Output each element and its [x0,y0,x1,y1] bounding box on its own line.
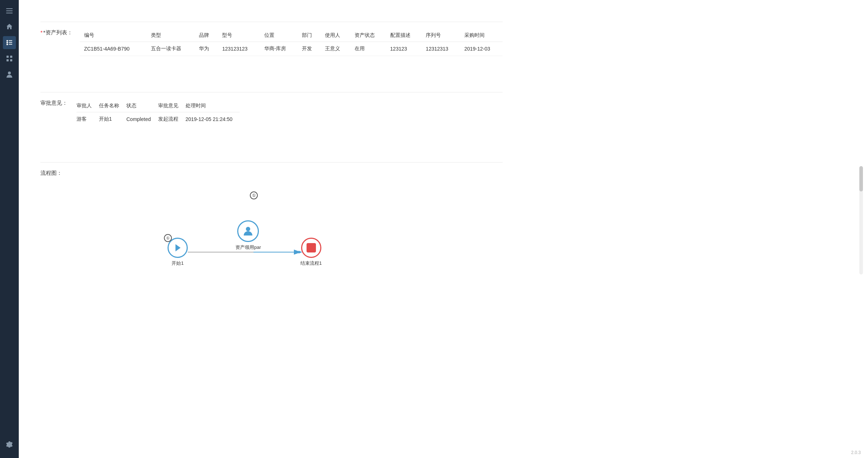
start-node: ① 开始1 [168,238,188,267]
cell-location: 华商-库房 [260,42,298,56]
menu-icon[interactable] [3,4,16,17]
process-node-label: 资产领用par [235,244,261,251]
cell-serial: 12312313 [421,42,460,56]
col-approver: 审批人 [77,100,99,112]
approval-table-header: 审批人 任务名称 状态 审批意见 处理时间 [77,100,240,112]
end-node-label: 结束流程1 [300,260,322,267]
list-icon[interactable] [3,36,16,49]
col-brand: 品牌 [195,29,218,42]
cell-id: ZC1B51-4A69-B790 [80,42,147,56]
cell-department: 开发 [298,42,321,56]
start-badge: ① [164,234,172,242]
sidebar [0,0,19,458]
scrollbar-thumb[interactable] [859,166,863,191]
col-purchase: 采购时间 [460,29,503,42]
badge-top: ① [250,191,258,199]
cell-task-name: 开始1 [99,112,126,126]
cell-type: 五合一读卡器 [147,42,195,56]
start-node-label: 开始1 [172,260,183,267]
approval-row: 游客 开始1 Completed 发起流程 2019-12-05 21:24:5… [77,112,240,126]
col-status: 资产状态 [350,29,386,42]
cell-user: 王意义 [321,42,350,56]
approval-table-container: 审批人 任务名称 状态 审批意见 处理时间 游客 开始1 Com [77,100,240,126]
asset-list-label: *资产列表： [40,29,73,36]
svg-rect-6 [9,42,12,43]
end-node: 结束流程1 [300,238,322,267]
process-node-circle [237,220,259,242]
svg-rect-7 [6,44,8,45]
cell-brand: 华为 [195,42,218,56]
col-handle-time: 处理时间 [186,100,240,112]
asset-table-container: 编号 类型 品牌 型号 位置 部门 使用人 资产状态 配置描述 序列号 采购时间 [80,29,503,56]
svg-rect-0 [6,8,13,9]
cell-opinion: 发起流程 [158,112,186,126]
svg-rect-3 [6,40,8,42]
col-approval-status: 状态 [126,100,158,112]
asset-table-header: 编号 类型 品牌 型号 位置 部门 使用人 资产状态 配置描述 序列号 采购时间 [80,29,503,42]
home-icon[interactable] [3,20,16,33]
col-location: 位置 [260,29,298,42]
cell-model: 123123123 [218,42,260,56]
cell-purchase: 2019-12-03 [460,42,503,56]
flow-diagram-section: 流程图： ① [40,148,503,329]
grid-icon[interactable] [3,52,16,65]
svg-rect-4 [9,40,12,41]
flow-diagram-canvas: ① [77,184,503,321]
col-task: 任务名称 [99,100,126,112]
col-model: 型号 [218,29,260,42]
svg-marker-19 [175,244,181,251]
cell-approver: 游客 [77,112,99,126]
svg-rect-10 [10,56,12,58]
svg-point-20 [246,227,250,231]
cell-config: 123123 [386,42,422,56]
col-config: 配置描述 [386,29,422,42]
process-node: 资产领用par [235,220,261,251]
svg-rect-12 [10,59,12,61]
cell-approval-status: Completed [126,112,158,126]
end-node-circle [301,238,321,258]
col-opinion: 审批意见 [158,100,186,112]
svg-rect-2 [6,13,13,13]
main-content: *资产列表： 编号 类型 品牌 型号 位置 部门 使用人 [19,0,868,458]
end-node-stop-icon [307,243,316,252]
settings-icon[interactable] [3,438,16,451]
svg-rect-5 [6,42,8,43]
col-department: 部门 [298,29,321,42]
col-id: 编号 [80,29,147,42]
table-row: ZC1B51-4A69-B790 五合一读卡器 华为 123123123 华商-… [80,42,503,56]
approval-table: 审批人 任务名称 状态 审批意见 处理时间 游客 开始1 Com [77,100,240,126]
col-serial: 序列号 [421,29,460,42]
svg-rect-11 [6,59,9,61]
cell-handle-time: 2019-12-05 21:24:50 [186,112,240,126]
cell-status: 在用 [350,42,386,56]
version-text: 2.0.3 [851,450,861,455]
asset-table: 编号 类型 品牌 型号 位置 部门 使用人 资产状态 配置描述 序列号 采购时间 [80,29,503,56]
approval-section: 审批意见： 审批人 任务名称 状态 审批意见 处理时间 [40,78,503,133]
flow-diagram-label: 流程图： [40,170,69,177]
svg-point-13 [8,72,11,74]
person-icon[interactable] [3,68,16,81]
asset-list-section: *资产列表： 编号 类型 品牌 型号 位置 部门 使用人 [40,7,503,63]
svg-rect-1 [6,10,13,11]
svg-rect-8 [9,44,12,45]
scrollbar-track[interactable] [859,166,863,275]
col-user: 使用人 [321,29,350,42]
col-type: 类型 [147,29,195,42]
svg-rect-9 [6,56,9,58]
approval-label: 审批意见： [40,100,69,107]
